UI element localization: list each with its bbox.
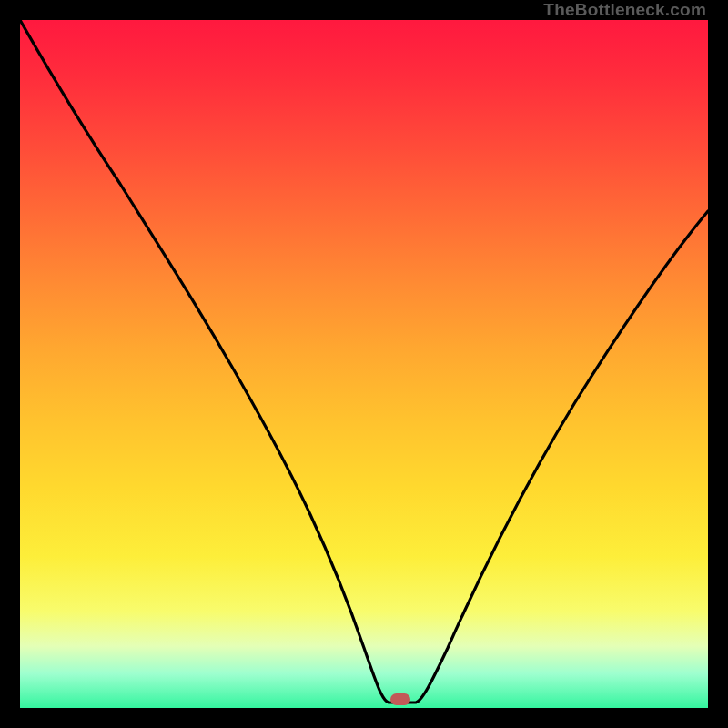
bottleneck-marker	[390, 693, 410, 705]
plot-area	[20, 20, 708, 708]
chart-frame: TheBottleneck.com	[0, 0, 728, 728]
curve-path	[20, 20, 708, 703]
bottleneck-curve	[20, 20, 708, 708]
watermark-text: TheBottleneck.com	[543, 0, 706, 20]
